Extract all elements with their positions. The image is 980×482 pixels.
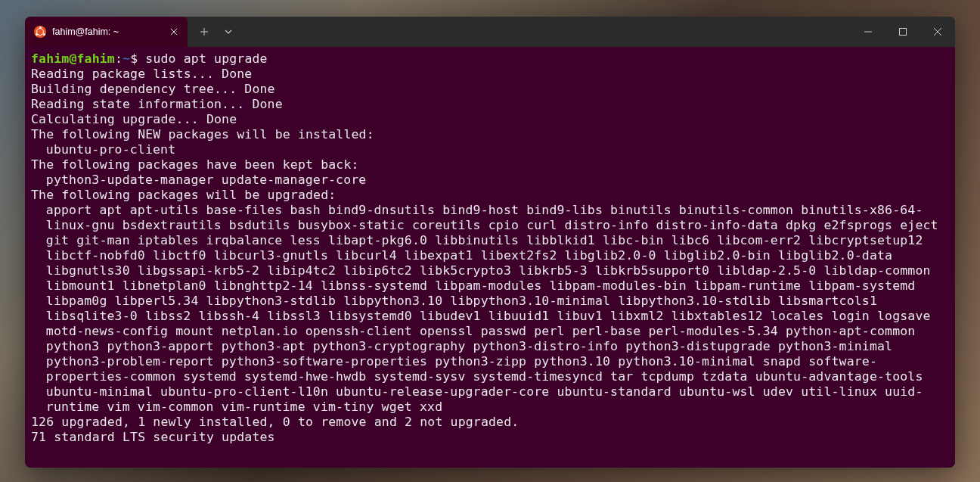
- tab-dropdown-button[interactable]: [218, 21, 239, 42]
- tab-active[interactable]: fahim@fahim: ~: [25, 17, 188, 47]
- close-window-button[interactable]: [920, 17, 955, 47]
- output-line: 126 upgraded, 1 newly installed, 0 to re…: [31, 415, 519, 429]
- output-line: 71 standard LTS security updates: [31, 430, 275, 444]
- maximize-button[interactable]: [885, 17, 920, 47]
- prompt-host: fahim: [77, 51, 115, 66]
- chevron-down-icon: [225, 28, 232, 36]
- tab-title: fahim@fahim: ~: [52, 26, 162, 37]
- maximize-icon: [899, 28, 907, 36]
- minimize-button[interactable]: [851, 17, 885, 47]
- ubuntu-logo-icon: [34, 26, 46, 38]
- output-line: Reading state information... Done: [31, 97, 283, 111]
- output-line: The following NEW packages will be insta…: [31, 127, 374, 141]
- terminal-window: fahim@fahim: ~ fahim@fahim:~: [25, 17, 955, 468]
- output-line-indented: python3-update-manager update-manager-co…: [31, 173, 949, 188]
- output-line: The following packages have been kept ba…: [31, 157, 359, 172]
- prompt-at: @: [69, 51, 76, 66]
- output-package-list: apport apt apt-utils base-files bash bin…: [31, 203, 949, 415]
- svg-rect-0: [900, 29, 907, 36]
- output-line: Reading package lists... Done: [31, 67, 252, 81]
- output-line: The following packages will be upgraded:: [31, 188, 336, 202]
- tab-close-button[interactable]: [168, 26, 180, 38]
- terminal-viewport[interactable]: fahim@fahim:~$ sudo apt upgrade Reading …: [25, 47, 955, 468]
- close-icon: [934, 28, 941, 36]
- prompt-symbol: $: [130, 51, 138, 66]
- close-icon: [170, 28, 178, 36]
- title-bar: fahim@fahim: ~: [25, 17, 955, 47]
- prompt-path: ~: [122, 51, 130, 66]
- output-line: Building dependency tree... Done: [31, 82, 275, 96]
- new-tab-button[interactable]: [194, 21, 215, 42]
- prompt-colon: :: [115, 51, 122, 66]
- prompt-user: fahim: [31, 51, 69, 66]
- titlebar-rest: [188, 17, 851, 47]
- output-line-indented: ubuntu-pro-client: [31, 142, 949, 157]
- plus-icon: [200, 27, 209, 36]
- terminal-output: fahim@fahim:~$ sudo apt upgrade Reading …: [31, 51, 949, 445]
- command-text: sudo apt upgrade: [145, 51, 267, 66]
- output-line: Calculating upgrade... Done: [31, 112, 237, 126]
- minimize-icon: [864, 28, 872, 36]
- window-controls: [851, 17, 955, 47]
